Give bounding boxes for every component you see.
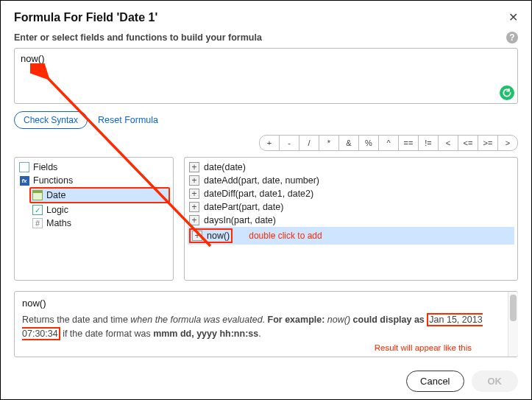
fn-dateadd[interactable]: + dateAdd(part, date, number) (188, 174, 514, 187)
op-gte[interactable]: >= (478, 135, 498, 151)
ok-button[interactable]: OK (472, 371, 519, 392)
op-multiply[interactable]: * (319, 135, 339, 151)
op-concat[interactable]: & (338, 135, 359, 151)
dialog-footer: Cancel OK (406, 371, 518, 392)
plus-icon: + (189, 202, 199, 212)
plus-icon: + (189, 215, 199, 225)
plus-icon: + (189, 175, 199, 186)
fn-date[interactable]: + date(date) (188, 161, 514, 174)
op-lt[interactable]: < (438, 135, 458, 151)
tree-label: Logic (46, 205, 68, 215)
tree-label: Functions (33, 175, 73, 186)
check-syntax-button[interactable]: Check Syntax (14, 111, 88, 129)
operator-group: + - / * & % ^ == != < <= >= > (259, 135, 518, 151)
plus-icon: + (192, 231, 202, 241)
instruction-text: Enter or select fields and functions to … (14, 32, 262, 43)
grammarly-icon[interactable] (500, 85, 514, 100)
tree-category-logic[interactable]: ✓ Logic (18, 203, 170, 217)
tree-label: Fields (33, 162, 57, 172)
close-icon[interactable]: ✕ (508, 12, 518, 24)
dialog-subheader: Enter or select fields and functions to … (1, 32, 531, 48)
op-gt[interactable]: > (497, 135, 518, 151)
fn-datediff[interactable]: + dateDiff(part, date1, date2) (188, 187, 514, 200)
function-list-panel[interactable]: + date(date) + dateAdd(part, date, numbe… (184, 157, 518, 281)
operator-row: + - / * & % ^ == != < <= >= > (1, 135, 531, 157)
cancel-button[interactable]: Cancel (406, 371, 464, 392)
plus-icon: + (189, 189, 199, 199)
category-tree-panel[interactable]: Fields fx Functions Date ✓ Logic # Maths (14, 157, 174, 281)
panels: Fields fx Functions Date ✓ Logic # Maths… (1, 157, 531, 281)
fn-datepart[interactable]: + datePart(part, date) (188, 200, 514, 214)
functions-icon: fx (19, 175, 29, 186)
formula-text: now() (21, 53, 45, 64)
scrollbar-thumb[interactable] (510, 295, 517, 321)
tree-category-maths[interactable]: # Maths (18, 217, 170, 230)
description-panel: now() Returns the date and time when the… (14, 291, 518, 357)
dialog-header: Formula For Field 'Date 1' ✕ (1, 1, 531, 32)
fn-now[interactable]: + now() double click to add (188, 227, 514, 245)
action-row: Check Syntax Reset Formula (1, 104, 531, 135)
fn-label: now() (207, 231, 230, 241)
hash-icon: # (32, 218, 43, 228)
fn-label: date(date) (204, 162, 246, 172)
fn-label: datePart(part, date) (204, 202, 283, 212)
formula-dialog: Formula For Field 'Date 1' ✕ Enter or se… (0, 0, 532, 400)
fn-label: daysIn(part, date) (204, 215, 276, 225)
op-plus[interactable]: + (259, 135, 280, 151)
description-name: now() (22, 298, 510, 309)
plus-icon: + (189, 162, 199, 172)
tree-label: Maths (46, 218, 71, 228)
dialog-title: Formula For Field 'Date 1' (14, 11, 157, 24)
fields-icon (19, 162, 29, 172)
fn-label: dateDiff(part, date1, date2) (204, 189, 313, 199)
tree-functions[interactable]: fx Functions (18, 174, 170, 187)
help-icon[interactable]: ? (506, 32, 518, 43)
annotation-double-click: double click to add (249, 231, 322, 241)
op-minus[interactable]: - (279, 135, 299, 151)
op-mod[interactable]: % (358, 135, 379, 151)
op-divide[interactable]: / (299, 135, 319, 151)
fn-label: dateAdd(part, date, number) (204, 175, 319, 186)
calendar-icon (32, 190, 43, 200)
reset-formula-button[interactable]: Reset Formula (96, 112, 160, 128)
op-eq[interactable]: == (398, 135, 419, 151)
annotation-result-caption: Result will appear like this (375, 343, 472, 352)
tree-label: Date (46, 190, 65, 200)
formula-textarea[interactable]: now() (14, 48, 518, 104)
check-icon: ✓ (32, 205, 43, 215)
op-power[interactable]: ^ (378, 135, 399, 151)
op-neq[interactable]: != (418, 135, 439, 151)
fn-daysin[interactable]: + daysIn(part, date) (188, 214, 514, 227)
scrollbar[interactable] (508, 292, 518, 357)
tree-fields[interactable]: Fields (18, 161, 170, 174)
op-lte[interactable]: <= (458, 135, 478, 151)
description-body: Returns the date and time when the formu… (22, 313, 510, 341)
tree-category-date[interactable]: Date (29, 187, 170, 203)
